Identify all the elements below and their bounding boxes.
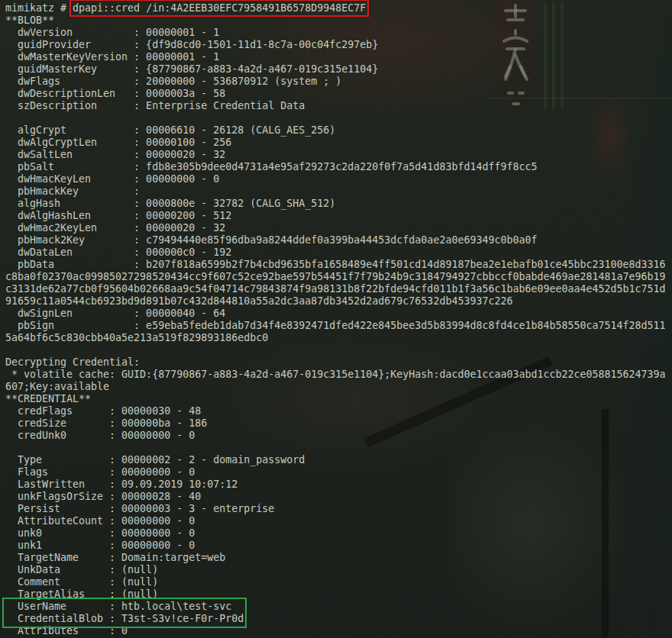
terminal-line: pbHmack2Key : c79494440e85f96dba9a8244dd… xyxy=(5,234,666,246)
terminal-line: dwDescriptionLen : 0000003a - 58 xyxy=(5,88,666,100)
credential-highlight-box: UserName : htb.local\test-svc Credential… xyxy=(5,601,244,625)
terminal-line: 607;Key:available xyxy=(5,381,666,393)
terminal-line: c3131de62a77cb0f95604b02668aa9c54f04714c… xyxy=(5,283,666,295)
terminal-line: algHash : 0000800e - 32782 (CALG_SHA_512… xyxy=(5,198,666,210)
terminal-line xyxy=(5,344,666,356)
terminal-line: dwHmac2KeyLen : 00000020 - 32 xyxy=(5,222,666,234)
terminal-line: CredentialBlob : T3st-S3v!ce-F0r-Pr0d xyxy=(5,613,244,625)
terminal-line: dwVersion : 00000001 - 1 xyxy=(5,27,666,39)
terminal-line: LastWritten : 09.09.2019 10:07:12 xyxy=(5,478,666,491)
terminal-line: unk1 : 00000000 - 0 xyxy=(5,540,666,552)
terminal-line: credUnk0 : 00000000 - 0 xyxy=(5,430,666,442)
terminal-line: c8ba0f02370ac09985027298520434cc9f607c52… xyxy=(5,271,666,283)
terminal-line: dwFlags : 20000000 - 536870912 (system ;… xyxy=(5,76,666,88)
terminal-line: unk0 : 00000000 - 0 xyxy=(5,527,666,540)
terminal-line: **CREDENTIAL** xyxy=(5,393,666,405)
blob-section: **BLOB** dwVersion : 00000001 - 1 guidPr… xyxy=(5,14,666,356)
terminal-line: Comment : (null) xyxy=(5,576,666,588)
terminal-line: * volatile cache: GUID:{87790867-a883-4a… xyxy=(5,369,666,381)
terminal-line: dwAlgHashLen : 00000200 - 512 xyxy=(5,210,666,222)
terminal-line: guidMasterKey : {87790867-a883-4a2d-a467… xyxy=(5,63,666,76)
terminal-line: pbSign : e59eba5fedeb1dab7d34f4e8392471d… xyxy=(5,320,666,332)
attributes-line: Attributes : 0 xyxy=(5,625,666,637)
decrypt-section: Decrypting Credential: * volatile cache:… xyxy=(5,356,666,393)
command-highlight-box: dpapi::cred /in:4A2EEB30EFC7958491B6578D… xyxy=(73,2,366,14)
terminal-line xyxy=(5,112,666,124)
terminal-line: guidProvider : {df9d8cd0-1501-11d1-8c7a-… xyxy=(5,39,666,51)
terminal-line: dwDataLen : 000000c0 - 192 xyxy=(5,246,666,259)
terminal-line: pbData : b207f818a6599b2f7b4cbd9635bfa16… xyxy=(5,259,666,271)
terminal-line: 91659c11a0544cb6923bd9d891b07c432d844810… xyxy=(5,295,666,308)
terminal-line: **BLOB** xyxy=(5,14,666,27)
terminal-line: credSize : 000000ba - 186 xyxy=(5,417,666,430)
terminal-line: UnkData : (null) xyxy=(5,564,666,576)
terminal-line: unkFlagsOrSize : 00000028 - 40 xyxy=(5,491,666,503)
terminal-line: TargetName : Domain:target=web xyxy=(5,552,666,564)
terminal-line: Flags : 00000000 - 0 xyxy=(5,466,666,478)
terminal-line: pbSalt : fdb8e305b9dee0d4731a4e95af29273… xyxy=(5,161,666,173)
terminal-line: szDescription : Enterprise Credential Da… xyxy=(5,100,666,112)
mimikatz-prompt: mimikatz # xyxy=(5,2,73,14)
terminal-line: pbHmackKey : xyxy=(5,185,666,198)
terminal-line: dwHmacKeyLen : 00000000 - 0 xyxy=(5,173,666,185)
terminal-line: algCrypt : 00006610 - 26128 (CALG_AES_25… xyxy=(5,124,666,137)
terminal-line: dwAlgCryptLen : 00000100 - 256 xyxy=(5,137,666,149)
terminal-line: UserName : htb.local\test-svc xyxy=(5,601,244,613)
terminal-line xyxy=(5,442,666,454)
terminal-line: TargetAlias : (null) xyxy=(5,588,666,601)
terminal-line: Persist : 00000003 - 3 - enterprise xyxy=(5,503,666,515)
terminal-line: dwMasterKeyVersion : 00000001 - 1 xyxy=(5,51,666,63)
terminal-line: AttributeCount : 00000000 - 0 xyxy=(5,515,666,527)
terminal-line: 5a64bf6c5c830cbb40a5e213a519f829893186ed… xyxy=(5,332,666,344)
terminal-line: dwSaltLen : 00000020 - 32 xyxy=(5,149,666,161)
terminal-line: Decrypting Credential: xyxy=(5,356,666,369)
mimikatz-terminal[interactable]: mimikatz # dpapi::cred /in:4A2EEB30EFC79… xyxy=(5,2,666,637)
credential-section: **CREDENTIAL** credFlags : 00000030 - 48… xyxy=(5,393,666,601)
terminal-line: dwSignLen : 00000040 - 64 xyxy=(5,308,666,320)
command-line: mimikatz # dpapi::cred /in:4A2EEB30EFC79… xyxy=(5,2,666,14)
terminal-line: Type : 00000002 - 2 - domain_password xyxy=(5,454,666,466)
terminal-line: credFlags : 00000030 - 48 xyxy=(5,405,666,417)
